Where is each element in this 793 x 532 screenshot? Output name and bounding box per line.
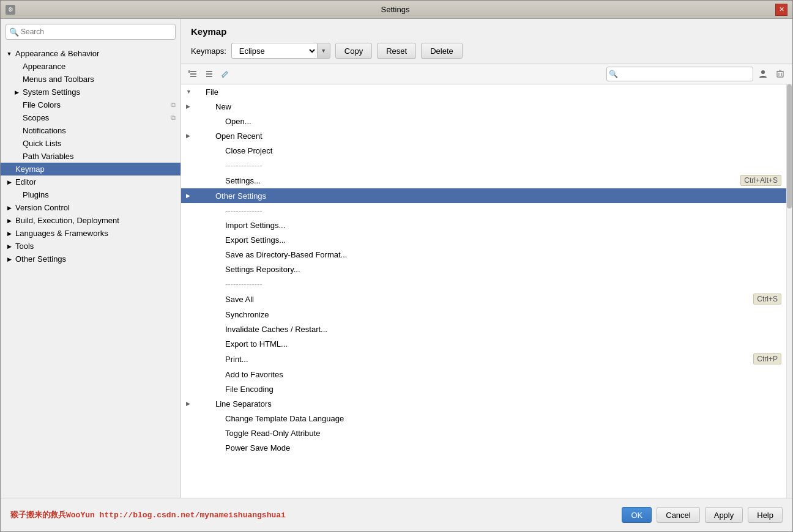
footer: 猴子搬来的救兵WooYun http://blog.csdn.net/mynam…	[1, 498, 792, 531]
keymap-item-settings-repo[interactable]: Settings Repository...	[181, 262, 786, 276]
expand-arrow-icon	[6, 50, 13, 57]
leaf-icon	[13, 114, 20, 122]
sidebar-item-path-variables[interactable]: Path Variables	[1, 150, 181, 163]
keymap-select[interactable]: Eclipse	[231, 43, 317, 59]
keymap-item-add-favorites[interactable]: Add to Favorites	[181, 367, 786, 382]
sidebar-item-appearance-behavior[interactable]: Appearance & Behavior	[1, 47, 181, 60]
expand-all-button[interactable]	[186, 67, 201, 81]
sidebar-item-build-execution[interactable]: Build, Execution, Deployment	[1, 214, 181, 227]
keymap-dropdown-button[interactable]: ▼	[317, 43, 330, 59]
edit-button[interactable]	[218, 67, 233, 81]
expand-arrow-icon	[6, 256, 13, 263]
keymap-item-label: Add to Favorites	[225, 370, 781, 379]
sidebar: 🔍 Appearance & Behavior Appearance Menus…	[1, 19, 181, 498]
leaf-icon	[13, 140, 20, 147]
leaf-icon	[13, 191, 20, 199]
sidebar-item-label: Build, Execution, Deployment	[15, 216, 119, 225]
separator-2: --------------	[181, 203, 786, 218]
sidebar-item-plugins[interactable]: Plugins	[1, 188, 181, 201]
keymap-item-label: Line Separators	[215, 399, 781, 408]
keymap-item-line-separators[interactable]: ▶ Line Separators	[181, 396, 786, 411]
sidebar-item-label: Version Control	[15, 203, 70, 212]
sidebar-item-label: Menus and Toolbars	[23, 75, 94, 84]
delete-button[interactable]: Delete	[421, 43, 463, 59]
svg-rect-9	[777, 72, 783, 77]
keymap-item-change-template[interactable]: Change Template Data Language	[181, 411, 786, 426]
help-button[interactable]: Help	[748, 507, 783, 523]
keymap-item-label: Power Save Mode	[225, 443, 781, 453]
collapse-all-button[interactable]	[202, 67, 217, 81]
expand-arrow-icon	[6, 243, 13, 250]
keymap-item-save-all[interactable]: Save All Ctrl+S	[181, 291, 786, 307]
sidebar-item-notifications[interactable]: Notifications	[1, 124, 181, 137]
keymap-search-input[interactable]	[606, 67, 753, 81]
keymap-item-other-settings[interactable]: ▶ Other Settings	[181, 188, 786, 203]
keymap-item-import-settings[interactable]: Import Settings...	[181, 218, 786, 232]
keymap-item-synchronize[interactable]: Synchronize	[181, 307, 786, 322]
keymap-item-label: Invalidate Caches / Restart...	[225, 325, 781, 334]
keymap-item-new[interactable]: ▶ New	[181, 99, 786, 114]
keymap-search-wrap: 🔍	[606, 67, 787, 81]
keymap-header: Keymap Keymaps: Eclipse ▼ Copy Reset Del…	[181, 19, 792, 64]
sidebar-item-label: Quick Lists	[23, 139, 62, 148]
expand-arrow-icon	[6, 230, 13, 237]
scrollbar-thumb[interactable]	[787, 84, 792, 209]
keymap-item-save-dir[interactable]: Save as Directory-Based Format...	[181, 247, 786, 262]
keymap-item-print[interactable]: Print... Ctrl+P	[181, 351, 786, 367]
scrollbar-track[interactable]	[786, 84, 792, 498]
sidebar-item-system-settings[interactable]: System Settings	[1, 86, 181, 98]
sidebar-item-label: Appearance & Behavior	[15, 49, 99, 58]
leaf-icon	[13, 127, 20, 135]
keymap-item-file-encoding[interactable]: File Encoding	[181, 382, 786, 396]
keymap-item-toggle-readonly[interactable]: Toggle Read-Only Attribute	[181, 426, 786, 440]
sidebar-item-keymap[interactable]: Keymap	[1, 163, 181, 175]
sidebar-item-other-settings[interactable]: Other Settings	[1, 253, 181, 265]
keymap-item-file[interactable]: ▼ File	[181, 84, 786, 99]
keymap-item-invalidate-caches[interactable]: Invalidate Caches / Restart...	[181, 322, 786, 336]
keymap-item-export-html[interactable]: Export to HTML...	[181, 336, 786, 351]
sidebar-item-label: System Settings	[23, 87, 80, 97]
sidebar-item-version-control[interactable]: Version Control	[1, 201, 181, 214]
svg-point-8	[761, 70, 765, 74]
sidebar-item-label: Scopes	[23, 113, 49, 122]
keymap-tree[interactable]: ▼ File ▶ New Open...	[181, 84, 792, 498]
leaf-icon	[6, 166, 13, 173]
ok-button[interactable]: OK	[622, 507, 652, 523]
sidebar-item-menus-toolbars[interactable]: Menus and Toolbars	[1, 73, 181, 86]
keymap-item-open-recent[interactable]: ▶ Open Recent	[181, 128, 786, 143]
reset-button[interactable]: Reset	[377, 43, 416, 59]
close-button[interactable]: ✕	[775, 4, 787, 16]
sidebar-item-file-colors[interactable]: File Colors ⧉	[1, 98, 181, 111]
sidebar-item-editor[interactable]: Editor	[1, 175, 181, 188]
sidebar-item-appearance[interactable]: Appearance	[1, 60, 181, 73]
copy-icon: ⧉	[171, 101, 176, 109]
keymap-item-open[interactable]: Open...	[181, 114, 786, 128]
leaf-icon	[13, 63, 20, 70]
sidebar-item-languages-frameworks[interactable]: Languages & Frameworks	[1, 227, 181, 240]
window-title: Settings	[15, 5, 775, 14]
apply-button[interactable]: Apply	[705, 507, 743, 523]
sidebar-item-label: Tools	[15, 242, 34, 251]
keymap-item-export-settings[interactable]: Export Settings...	[181, 232, 786, 247]
sidebar-item-label: Languages & Frameworks	[15, 229, 108, 238]
search-input-wrap: 🔍	[606, 67, 753, 81]
sidebar-item-quick-lists[interactable]: Quick Lists	[1, 137, 181, 150]
keymap-item-label: Settings...	[225, 176, 740, 185]
user-icon-button[interactable]	[756, 67, 770, 81]
expand-arrow-icon: ▶	[186, 193, 196, 199]
keymap-item-settings[interactable]: Settings... Ctrl+Alt+S	[181, 172, 786, 188]
separator-label: --------------	[225, 206, 781, 215]
trash-icon-button[interactable]	[773, 67, 787, 81]
sidebar-item-label: Notifications	[23, 126, 66, 135]
sidebar-item-tools[interactable]: Tools	[1, 240, 181, 253]
shortcut-badge: Ctrl+S	[753, 294, 781, 305]
search-input[interactable]	[6, 24, 176, 40]
cancel-button[interactable]: Cancel	[657, 507, 699, 523]
keymap-item-label: File Encoding	[225, 385, 781, 394]
keymap-item-power-save[interactable]: Power Save Mode	[181, 440, 786, 455]
sidebar-item-label: Appearance	[23, 62, 65, 71]
keymap-item-close-project[interactable]: Close Project	[181, 143, 786, 158]
sidebar-item-scopes[interactable]: Scopes ⧉	[1, 111, 181, 124]
sidebar-item-label: Editor	[15, 177, 36, 187]
copy-button[interactable]: Copy	[335, 43, 372, 59]
